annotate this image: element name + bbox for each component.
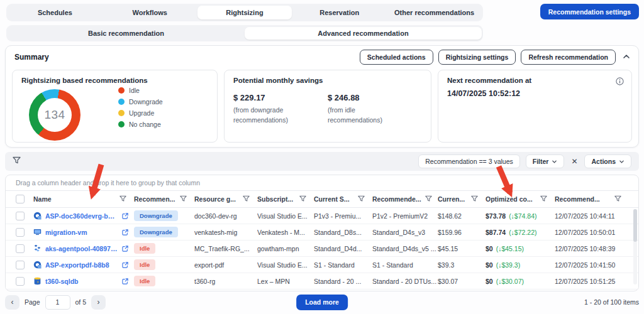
row-checkbox[interactable] <box>16 228 25 237</box>
current-sku-cell: Standard_D4d... <box>314 245 372 252</box>
external-link-icon[interactable] <box>121 261 129 269</box>
current-sku-cell: Standard_D8s... <box>314 229 372 236</box>
tab-workflows[interactable]: Workflows <box>103 6 197 19</box>
column-header[interactable]: Optimized co... <box>486 195 555 203</box>
column-header[interactable]: Name <box>33 195 134 203</box>
next-recommendation-title: Next recommendation at <box>447 77 623 84</box>
column-filter-funnel-icon[interactable] <box>119 195 126 203</box>
recommendation-date-cell: 12/07/2025 10:41:50 <box>555 261 629 269</box>
row-checkbox[interactable] <box>16 212 25 220</box>
table-scrollbar-thumb[interactable] <box>633 209 637 242</box>
resource-name-link[interactable]: ASP-exportpdf-b8b8 <box>45 261 109 269</box>
column-filter-funnel-icon[interactable] <box>540 195 547 203</box>
row-checkbox[interactable] <box>16 244 25 253</box>
current-sku-cell: S1 - Standard <box>314 261 372 269</box>
column-header[interactable]: Current S... <box>314 195 372 203</box>
resource-group-cell: doc360-dev-rg <box>194 212 257 220</box>
column-header[interactable]: Subscript... <box>257 195 314 203</box>
row-checkbox[interactable] <box>16 277 25 286</box>
current-cost-cell: $30.07 <box>438 278 486 285</box>
legend-label: No change <box>129 121 161 128</box>
current-cost-cell: $159.96 <box>438 229 486 236</box>
load-more-button[interactable]: Load more <box>296 295 348 310</box>
filter-bar: Recommendation == 3 values Filter ✕ Acti… <box>5 152 639 171</box>
summary-title: Summary <box>14 53 49 62</box>
column-header[interactable]: Curren... <box>438 195 486 203</box>
next-recommendation-card: Next recommendation at 14/07/2025 10:52:… <box>438 70 632 143</box>
info-icon[interactable] <box>616 77 624 88</box>
column-filter-funnel-icon[interactable] <box>358 195 365 203</box>
scheduled-actions-button[interactable]: Scheduled actions <box>360 50 433 65</box>
filter-dropdown[interactable]: Filter <box>526 154 565 168</box>
recommendation-settings-button[interactable]: Recommendation settings <box>540 4 639 19</box>
tab-basic-recommendation[interactable]: Basic recommendation <box>8 27 245 40</box>
resource-name-link[interactable]: t360-sqldb <box>45 278 79 285</box>
recommendation-date-cell: 12/07/2025 10:44:11 <box>555 212 629 220</box>
page-label: Page <box>25 298 40 306</box>
page-of-label: of 5 <box>75 298 87 306</box>
current-cost-cell: $39.3 <box>438 261 486 269</box>
tab-schedules[interactable]: Schedules <box>8 6 103 19</box>
recommendation-badge: Downgrade <box>134 210 178 221</box>
summary-panel: Summary Scheduled actions Rightsizing se… <box>5 45 639 148</box>
column-header[interactable]: Recommende... <box>372 195 438 203</box>
filter-funnel-icon[interactable] <box>13 156 21 167</box>
external-link-icon[interactable] <box>121 212 129 220</box>
actions-dropdown[interactable]: Actions <box>584 154 631 168</box>
recommendation-date-cell: 12/07/2025 10:50:01 <box>555 229 629 236</box>
donut-total: 134 <box>44 108 65 122</box>
tab-other-recommendations[interactable]: Other recommendations <box>387 6 482 19</box>
column-filter-funnel-icon[interactable] <box>243 195 250 203</box>
external-link-icon[interactable] <box>121 229 129 236</box>
optimized-cost-cell: $0(↓$30.07) <box>486 278 555 285</box>
current-sku-cell: P1v3 - Premiu... <box>314 212 372 220</box>
column-header-label: Current S... <box>314 195 350 203</box>
clear-filter-icon[interactable]: ✕ <box>570 157 579 166</box>
tab-rightsizing[interactable]: Rightsizing <box>197 6 292 19</box>
tab-reservation[interactable]: Reservation <box>292 6 387 19</box>
column-header-label: Resource g... <box>194 195 236 203</box>
column-header[interactable]: Resource g... <box>194 195 257 203</box>
recommendations-donut-chart: 134 <box>29 89 80 141</box>
external-link-icon[interactable] <box>121 278 129 285</box>
column-filter-funnel-icon[interactable] <box>299 195 306 203</box>
resource-group-cell: export-pdf <box>194 261 257 269</box>
next-recommendation-datetime: 14/07/2025 10:52:12 <box>447 89 623 98</box>
page-number-input[interactable] <box>45 295 70 310</box>
prev-page-button[interactable]: ‹ <box>5 295 19 310</box>
subscription-cell: gowtham-mpn <box>257 245 314 252</box>
select-all-checkbox[interactable] <box>16 195 25 203</box>
tab-advanced-recommendation[interactable]: Advanced recommendation <box>245 27 482 40</box>
row-checkbox[interactable] <box>16 261 25 269</box>
column-header[interactable]: Recommen... <box>134 195 194 203</box>
column-filter-funnel-icon[interactable] <box>614 195 621 203</box>
savings-card-title: Potential monthly savings <box>233 77 422 84</box>
subscription-cell: Visual Studio E... <box>257 261 314 269</box>
chevron-down-icon <box>619 159 625 165</box>
resource-group-cell: MC_Traefik-RG_... <box>194 245 257 252</box>
table-body: ASP-doc360devrg-be3a Downgrade doc360-de… <box>6 208 638 290</box>
resource-group-cell: t360-rg <box>194 278 257 285</box>
optimized-cost-cell: $0(↓$45.15) <box>486 245 555 252</box>
table-row: migration-vm Downgrade venkatesh-mig Ven… <box>6 224 638 241</box>
rightsizing-settings-button[interactable]: Rightsizing settings <box>438 50 516 65</box>
column-filter-funnel-icon[interactable] <box>471 195 478 203</box>
recommendations-card-title: Rightsizing based recommendations <box>21 77 208 84</box>
downgrade-savings-caption: (from downgrade recommendations) <box>233 106 303 126</box>
column-filter-funnel-icon[interactable] <box>180 195 187 203</box>
external-link-icon[interactable] <box>121 245 129 252</box>
column-header[interactable]: Recommend... <box>555 195 629 203</box>
recommendation-filter-chip[interactable]: Recommendation == 3 values <box>418 154 520 168</box>
collapse-chevron-up-icon[interactable] <box>622 52 631 63</box>
next-page-button[interactable]: › <box>91 295 106 310</box>
recommended-sku-cell: Standard_D4ds_v5 ... <box>372 245 438 252</box>
table-row: t360-sqldb Idle t360-rg Lex – MPN Standa… <box>6 273 638 290</box>
resource-name-link[interactable]: aks-agentpool-408978... <box>45 245 118 252</box>
resource-name-link[interactable]: migration-vm <box>45 229 87 236</box>
legend-dot-icon <box>118 87 125 94</box>
legend-item: Upgrade <box>118 109 163 117</box>
resource-name-link[interactable]: ASP-doc360devrg-be3a <box>45 212 118 220</box>
column-filter-funnel-icon[interactable] <box>425 195 432 203</box>
refresh-recommendation-button[interactable]: Refresh recommendation <box>521 50 616 65</box>
chevron-down-icon <box>552 159 557 165</box>
